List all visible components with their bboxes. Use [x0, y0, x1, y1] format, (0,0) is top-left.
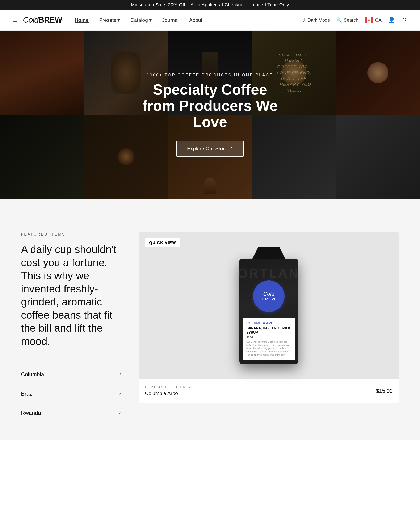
product-image: PORTLAND Cold BREW Columbia Arbo. Banana…: [233, 247, 305, 365]
product-price: $15.00: [376, 388, 393, 394]
nav-item-home[interactable]: Home: [75, 17, 89, 23]
list-item-name: Brazil: [21, 391, 35, 397]
list-item[interactable]: Columbia ↗: [21, 365, 122, 384]
list-item-name: Rwanda: [21, 410, 41, 416]
hero-cell-10: [336, 115, 420, 199]
chevron-down-icon: ▾: [149, 17, 152, 23]
bag-label-desc: Banana, Hazelnut, Milk Syrup: [246, 326, 291, 335]
bag-watermark-text: PORTLAND: [239, 266, 298, 281]
chevron-down-icon: ▾: [117, 17, 120, 23]
bag-logo-text: Cold: [263, 291, 274, 297]
nav-presets-label: Presets: [99, 17, 116, 23]
featured-label: Featured Items: [21, 232, 122, 236]
logo-bold: BREW: [38, 16, 62, 24]
product-image-area: PORTLAND Cold BREW Columbia Arbo. Banana…: [139, 232, 399, 379]
featured-list: Columbia ↗ Brazil ↗ Rwanda ↗: [21, 365, 122, 423]
product-info: PORTLAND COLD BREW Columbia Arbo: [145, 385, 192, 396]
bag-top-fold: [248, 247, 290, 260]
hero-subtitle: 1000+ Top Coffee Products in One Place: [137, 73, 283, 78]
search-button[interactable]: 🔍 Search: [336, 17, 359, 23]
hero-cell-6: [0, 115, 84, 199]
arrow-icon: ↗: [118, 410, 122, 416]
header: ☰ ColdBREW Home Presets ▾ Catalog ▾ Jour…: [0, 10, 420, 31]
moon-icon: ☽: [302, 17, 306, 23]
dark-mode-label: Dark Mode: [307, 17, 330, 23]
explore-button[interactable]: Explore Our Store ↗: [176, 141, 244, 157]
product-card-container: Quick View PORTLAND Cold BREW: [139, 232, 399, 403]
dark-mode-button[interactable]: ☽ Dark Mode: [302, 17, 330, 23]
featured-section: Featured Items A daily cup shouldn't cos…: [0, 215, 420, 440]
explore-label: Explore Our Store ↗: [187, 146, 233, 152]
hamburger-icon[interactable]: ☰: [13, 17, 18, 24]
hero-cell-5: [336, 31, 420, 115]
country-code: CA: [375, 17, 382, 23]
product-card-footer: PORTLAND COLD BREW Columbia Arbo $15.00: [139, 379, 399, 403]
product-card: Quick View PORTLAND Cold BREW: [139, 232, 399, 403]
bag-label-weight: 500G: [246, 336, 291, 339]
logo-text: Cold: [23, 16, 38, 24]
product-brand-label: PORTLAND COLD BREW: [145, 385, 192, 389]
list-item[interactable]: Brazil ↗: [21, 384, 122, 403]
cart-icon[interactable]: 🛍: [402, 17, 407, 24]
nav-item-presets[interactable]: Presets ▾: [99, 17, 120, 23]
main-nav: Home Presets ▾ Catalog ▾ Journal About: [75, 17, 302, 23]
search-icon: 🔍: [336, 17, 342, 23]
logo[interactable]: ColdBREW: [23, 16, 62, 25]
hero-content: 1000+ Top Coffee Products in One Place S…: [137, 73, 283, 157]
svg-text:🍁: 🍁: [367, 19, 370, 22]
featured-heading: A daily cup shouldn't cost you a fortune…: [21, 243, 122, 348]
user-icon[interactable]: 👤: [388, 17, 395, 24]
announcement-text: Midseason Sale: 20% Off – Auto Applied a…: [131, 2, 289, 7]
hero-title: Specialty Coffee from Producers We Love: [137, 82, 283, 130]
arrow-icon: ↗: [118, 372, 122, 377]
featured-left: Featured Items A daily cup shouldn't cos…: [21, 232, 122, 423]
quick-view-badge[interactable]: Quick View: [145, 238, 180, 247]
announcement-bar: Midseason Sale: 20% Off – Auto Applied a…: [0, 0, 420, 10]
flag-icon: 🍁: [365, 17, 373, 23]
nav-item-about[interactable]: About: [189, 17, 202, 23]
nav-item-journal[interactable]: Journal: [162, 17, 179, 23]
header-actions: ☽ Dark Mode 🔍 Search 🍁 CA 👤 🛍: [302, 17, 407, 24]
nav-item-catalog[interactable]: Catalog ▾: [131, 17, 152, 23]
hero-cell-1: [0, 31, 84, 115]
list-item[interactable]: Rwanda ↗: [21, 403, 122, 423]
section-spacer: [0, 199, 420, 215]
bag-label-title: Columbia Arbo.: [246, 321, 291, 325]
search-label: Search: [344, 17, 359, 23]
arrow-icon: ↗: [118, 391, 122, 397]
nav-catalog-label: Catalog: [131, 17, 148, 23]
product-name[interactable]: Columbia Arbo: [145, 391, 192, 396]
bag-label-body: Our Coffee is carefully sourced from the…: [246, 340, 291, 357]
country-selector[interactable]: 🍁 CA: [365, 17, 382, 23]
bag-logo-brew: BREW: [262, 297, 276, 301]
hero-section: Sometimes, having coffee with your frien…: [0, 31, 420, 199]
list-item-name: Columbia: [21, 371, 44, 378]
